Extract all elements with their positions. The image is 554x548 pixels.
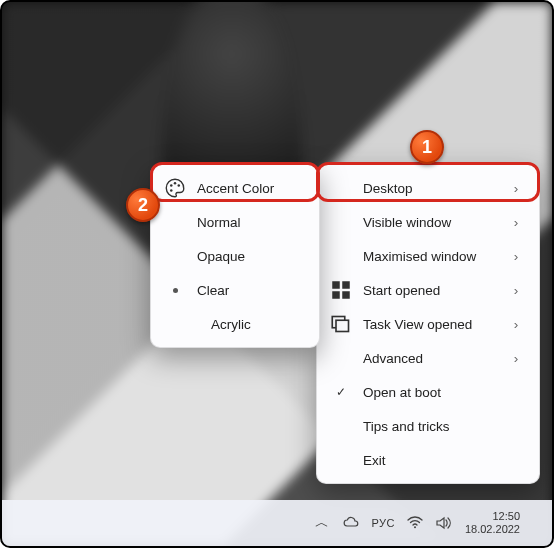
windows-start-icon [331, 280, 351, 300]
menu-item-label: Task View opened [363, 317, 497, 332]
palette-icon [165, 178, 185, 198]
wifi-icon[interactable] [407, 515, 423, 531]
menu-item-label: Acrylic [197, 317, 303, 332]
svg-point-10 [414, 526, 416, 528]
menu-item-tips-and-tricks[interactable]: Tips and tricks [317, 409, 539, 443]
chevron-right-icon: › [509, 181, 523, 196]
menu-item-label: Exit [363, 453, 497, 468]
menu-item-task-view-opened[interactable]: Task View opened › [317, 307, 539, 341]
menu-item-label: Start opened [363, 283, 497, 298]
chevron-right-icon: › [509, 249, 523, 264]
chevron-right-icon: › [509, 317, 523, 332]
menu-item-accent-color[interactable]: Accent Color [151, 171, 319, 205]
checkmark-icon [331, 385, 351, 399]
menu-item-label: Visible window [363, 215, 497, 230]
menu-item-label: Normal [197, 215, 303, 230]
menu-item-start-opened[interactable]: Start opened › [317, 273, 539, 307]
menu-item-label: Desktop [363, 181, 497, 196]
menu-item-exit[interactable]: Exit [317, 443, 539, 477]
menu-item-label: Advanced [363, 351, 497, 366]
menu-item-label: Tips and tricks [363, 419, 497, 434]
clock-date-value: 18.02.2022 [465, 523, 520, 536]
menu-item-open-at-boot[interactable]: Open at boot [317, 375, 539, 409]
svg-rect-5 [336, 320, 349, 331]
clock-time: 12:50 [465, 510, 520, 523]
menu-item-acrylic[interactable]: Acrylic [151, 307, 319, 341]
tray-icons: ︿ РУС [315, 515, 451, 531]
context-menu-right: Desktop › Visible window › Maximised win… [316, 164, 540, 484]
svg-point-8 [178, 184, 181, 187]
screenshot-stage: Desktop › Visible window › Maximised win… [0, 0, 554, 548]
menu-item-label: Opaque [197, 249, 303, 264]
menu-item-clear[interactable]: Clear [151, 273, 319, 307]
svg-rect-3 [342, 291, 350, 299]
menu-item-label: Open at boot [363, 385, 497, 400]
volume-icon[interactable] [435, 515, 451, 531]
language-indicator[interactable]: РУС [371, 517, 395, 529]
svg-point-7 [174, 182, 177, 185]
chevron-right-icon: › [509, 215, 523, 230]
menu-item-desktop[interactable]: Desktop › [317, 171, 539, 205]
svg-point-9 [170, 189, 173, 192]
onedrive-icon[interactable] [343, 515, 359, 531]
menu-item-label: Clear [197, 283, 303, 298]
svg-rect-2 [332, 291, 340, 299]
bullet-icon [165, 288, 185, 293]
menu-item-opaque[interactable]: Opaque [151, 239, 319, 273]
chevron-right-icon: › [509, 351, 523, 366]
menu-item-label: Accent Color [197, 181, 303, 196]
chevron-up-icon[interactable]: ︿ [315, 515, 331, 531]
menu-item-advanced[interactable]: Advanced › [317, 341, 539, 375]
task-view-icon [331, 314, 351, 334]
context-menu-left: Accent Color Normal Opaque Clear Acrylic [150, 164, 320, 348]
svg-point-6 [170, 184, 173, 187]
chevron-right-icon: › [509, 283, 523, 298]
svg-rect-0 [332, 281, 340, 289]
menu-item-normal[interactable]: Normal [151, 205, 319, 239]
clock-date[interactable]: 12:50 18.02.2022 [465, 510, 520, 536]
menu-item-label: Maximised window [363, 249, 497, 264]
svg-rect-1 [342, 281, 350, 289]
taskbar: ︿ РУС 12:50 18.02.2022 [2, 500, 552, 546]
menu-item-maximised-window[interactable]: Maximised window › [317, 239, 539, 273]
menu-item-visible-window[interactable]: Visible window › [317, 205, 539, 239]
